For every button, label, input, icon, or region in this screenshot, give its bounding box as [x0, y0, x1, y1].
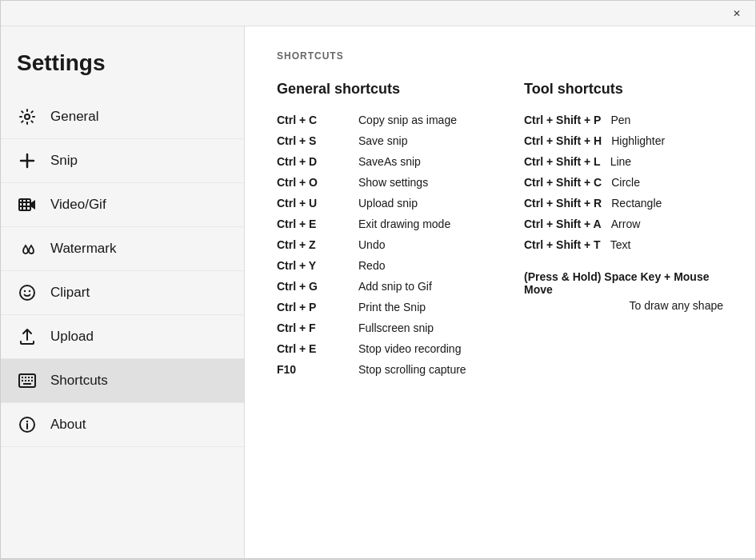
svg-rect-7 — [26, 199, 27, 210]
shortcut-key: Ctrl + Shift + R — [524, 197, 602, 210]
shortcut-desc: Print the Snip — [358, 301, 426, 313]
shortcut-desc: Text — [610, 238, 631, 251]
svg-rect-18 — [28, 380, 30, 381]
shortcut-key: Ctrl + U — [277, 197, 349, 210]
shortcut-row: Ctrl + Shift + C Circle — [524, 176, 723, 189]
sidebar-label-about: About — [50, 417, 86, 433]
shortcut-desc: Circle — [611, 176, 640, 189]
shortcut-row: Ctrl + U Upload snip — [277, 197, 476, 210]
settings-window: ✕ Settings General — [0, 0, 756, 559]
press-hold-desc: To draw any shape — [524, 299, 723, 312]
shortcut-key: Ctrl + S — [277, 134, 349, 147]
upload-icon — [17, 326, 38, 347]
shortcut-desc: Copy snip as image — [358, 114, 457, 126]
sidebar-label-watermark: Watermark — [50, 241, 117, 257]
info-icon — [17, 414, 38, 435]
shortcut-key: Ctrl + Shift + P — [524, 114, 601, 126]
shortcut-row: Ctrl + S Save snip — [277, 134, 476, 147]
general-column-title: General shortcuts — [277, 81, 476, 98]
plus-icon — [17, 150, 38, 171]
sidebar-title: Settings — [1, 34, 244, 95]
sidebar: Settings General — [1, 26, 245, 558]
shortcut-key: Ctrl + Y — [277, 259, 349, 272]
svg-rect-17 — [25, 380, 26, 381]
shortcut-desc: Undo — [358, 238, 385, 251]
sidebar-item-upload[interactable]: Upload — [1, 315, 244, 359]
tool-column-title: Tool shortcuts — [524, 81, 723, 98]
shortcut-row: Ctrl + Shift + R Rectangle — [524, 197, 723, 210]
sidebar-label-videogif: Video/Gif — [50, 197, 106, 213]
press-hold-section: (Press & Hold) Space Key + Mouse Move To… — [524, 270, 723, 312]
shortcut-key: Ctrl + D — [277, 155, 349, 168]
shortcut-desc: Show settings — [358, 176, 428, 189]
main-content: SHORTCUTS General shortcuts Ctrl + C Cop… — [245, 26, 755, 558]
shortcut-desc: Stop video recording — [358, 342, 461, 355]
shortcut-row: Ctrl + G Add snip to Gif — [277, 280, 476, 293]
sidebar-label-general: General — [50, 109, 98, 125]
svg-rect-6 — [22, 199, 23, 210]
svg-rect-3 — [19, 199, 30, 210]
close-button[interactable]: ✕ — [718, 1, 755, 26]
shortcut-row: Ctrl + E Stop video recording — [277, 342, 476, 355]
svg-point-10 — [29, 290, 30, 292]
sidebar-item-snip[interactable]: Snip — [1, 139, 244, 183]
keyboard-icon — [17, 370, 38, 391]
drops-icon — [17, 238, 38, 259]
svg-point-8 — [20, 285, 34, 300]
shortcut-key: Ctrl + P — [277, 301, 349, 313]
section-header: SHORTCUTS — [277, 50, 723, 62]
shortcut-row: Ctrl + Shift + A Arrow — [524, 218, 723, 230]
title-bar: ✕ — [1, 1, 755, 26]
shortcut-row: Ctrl + O Show settings — [277, 176, 476, 189]
shortcut-key: Ctrl + Shift + A — [524, 218, 602, 230]
sidebar-label-snip: Snip — [50, 153, 78, 169]
svg-rect-16 — [22, 380, 23, 381]
sidebar-label-shortcuts: Shortcuts — [50, 373, 108, 389]
general-shortcuts-column: General shortcuts Ctrl + C Copy snip as … — [277, 81, 476, 384]
svg-rect-13 — [25, 377, 26, 378]
svg-point-23 — [26, 421, 28, 422]
shortcut-key: Ctrl + Shift + T — [524, 238, 601, 251]
shortcut-row: Ctrl + P Print the Snip — [277, 301, 476, 313]
sidebar-item-general[interactable]: General — [1, 95, 244, 139]
shortcut-key: Ctrl + F — [277, 321, 349, 334]
svg-rect-14 — [28, 377, 30, 378]
shortcut-key: Ctrl + Shift + C — [524, 176, 602, 189]
gear-icon — [17, 106, 38, 127]
window-content: Settings General — [1, 26, 755, 558]
svg-rect-5 — [19, 206, 30, 207]
video-icon — [17, 194, 38, 215]
shortcut-row: Ctrl + Shift + H Highlighter — [524, 134, 723, 147]
sidebar-item-about[interactable]: About — [1, 403, 244, 447]
sidebar-item-videogif[interactable]: Video/Gif — [1, 183, 244, 227]
sidebar-item-watermark[interactable]: Watermark — [1, 227, 244, 271]
shortcut-key: Ctrl + G — [277, 280, 349, 293]
shortcut-desc: Rectangle — [611, 197, 662, 210]
svg-point-9 — [24, 290, 26, 292]
sidebar-label-clipart: Clipart — [50, 285, 90, 301]
shortcut-key: Ctrl + C — [277, 114, 349, 126]
svg-rect-19 — [31, 380, 33, 381]
sidebar-item-clipart[interactable]: Clipart — [1, 271, 244, 315]
shortcut-key: Ctrl + Z — [277, 238, 349, 251]
shortcut-row: Ctrl + Z Undo — [277, 238, 476, 251]
svg-rect-4 — [19, 202, 30, 203]
shortcut-desc: Highlighter — [611, 134, 665, 147]
shortcut-row: Ctrl + Y Redo — [277, 259, 476, 272]
shortcut-key: Ctrl + E — [277, 218, 349, 230]
shortcut-desc: Upload snip — [358, 197, 418, 210]
shortcut-desc: Save snip — [358, 134, 407, 147]
sidebar-label-upload: Upload — [50, 329, 94, 345]
shortcut-desc: Redo — [358, 259, 385, 272]
shortcut-desc: Stop scrolling capture — [358, 363, 466, 376]
shortcut-key: Ctrl + Shift + L — [524, 155, 601, 168]
press-hold-key: (Press & Hold) Space Key + Mouse Move — [524, 270, 723, 296]
shortcut-desc: Exit drawing mode — [358, 218, 450, 230]
shortcut-key: F10 — [277, 363, 349, 376]
shortcut-desc: Add snip to Gif — [358, 280, 432, 293]
sidebar-item-shortcuts[interactable]: Shortcuts — [1, 359, 244, 403]
shortcut-row: Ctrl + E Exit drawing mode — [277, 218, 476, 230]
shortcut-row: Ctrl + F Fullscreen snip — [277, 321, 476, 334]
shortcut-key: Ctrl + O — [277, 176, 349, 189]
svg-rect-12 — [22, 377, 23, 378]
